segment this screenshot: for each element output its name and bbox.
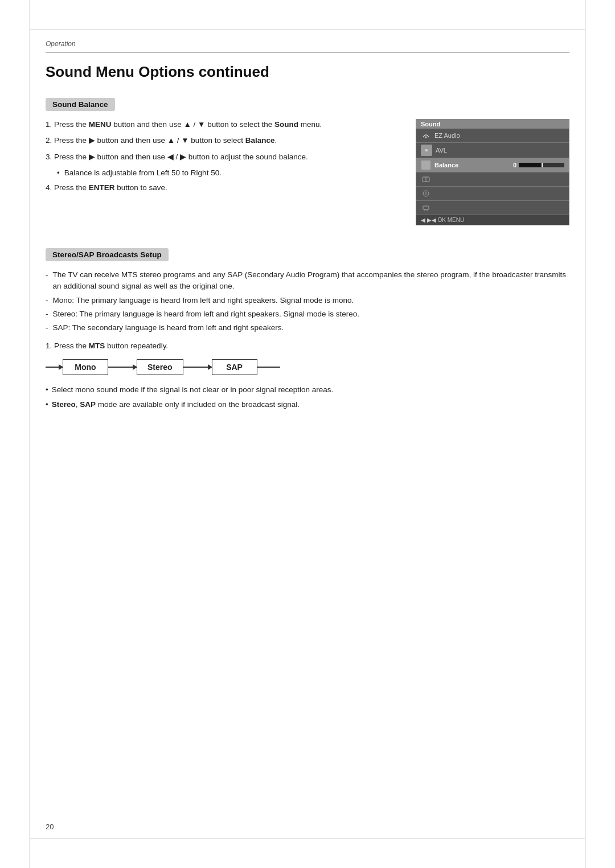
dash-item-4: - SAP: The secondary language is heard f… xyxy=(46,322,569,334)
tv-balance-bar-bg xyxy=(519,163,564,167)
step3: 3. Press the ▶ button and then use ◀ / ▶… xyxy=(46,151,404,163)
note-1-text: Select mono sound mode if the signal is … xyxy=(52,384,334,396)
stereo-sap-heading: Stereo/SAP Broadcasts Setup xyxy=(46,248,169,261)
step2: 2. Press the ▶ button and then use ▲ / ▼… xyxy=(46,135,404,146)
tv-menu-title: Sound xyxy=(416,120,569,129)
dash-text-3: Stereo: The primary language is heard fr… xyxy=(53,308,360,320)
dash-text-1: The TV can receive MTS stereo programs a… xyxy=(53,269,570,293)
tv-icon-avl: ≡ xyxy=(421,145,432,156)
note2-sap-bold: SAP xyxy=(80,400,96,409)
page-border-right xyxy=(585,0,585,868)
note-2-text: Stereo, SAP mode are available only if i… xyxy=(52,399,300,410)
tv-label-ezaudio: EZ Audio xyxy=(434,132,564,139)
svg-point-0 xyxy=(425,137,427,138)
tv-row-icon2 xyxy=(416,187,569,201)
tv-row-icon1 xyxy=(416,172,569,187)
page-border-top xyxy=(30,30,585,30)
dash-text-2: Mono: The primary language is heard from… xyxy=(53,295,354,306)
tv-row-balance: Balance 0 xyxy=(416,158,569,172)
stereo-sap-section: Stereo/SAP Broadcasts Setup - The TV can… xyxy=(46,248,569,410)
note-2: Stereo, SAP mode are available only if i… xyxy=(46,399,569,410)
steps-and-screenshot: 1. Press the MENU button and then use ▲ … xyxy=(46,119,569,225)
page-border-bottom xyxy=(30,838,585,838)
tv-balance-value: 0 xyxy=(513,162,516,168)
page-border-left xyxy=(30,0,30,868)
tv-icon-ezaudio xyxy=(421,130,431,141)
flow-diagram: Mono Stereo SAP xyxy=(46,359,569,375)
tv-icon3 xyxy=(421,203,431,213)
dash-sym-2: - xyxy=(46,295,48,306)
tv-bottom-text: ◀ ▶◀ OK MENU xyxy=(421,217,464,223)
note2-stereo-bold: Stereo xyxy=(52,400,76,409)
flow-box-sap: SAP xyxy=(212,359,257,375)
tv-screenshot: Sound EZ Audio ≡ AVL xyxy=(416,119,569,225)
mts-bold: MTS xyxy=(89,342,105,350)
step2-balance-bold: Balance xyxy=(245,136,275,145)
steps-col: 1. Press the MENU button and then use ▲ … xyxy=(46,119,404,198)
tv-row-icon3 xyxy=(416,201,569,215)
dash-sym-4: - xyxy=(46,322,48,334)
dash-item-2: - Mono: The primary language is heard fr… xyxy=(46,295,569,306)
dash-item-3: - Stereo: The primary language is heard … xyxy=(46,308,569,320)
tv-icon2 xyxy=(421,188,431,199)
tv-balance-tick xyxy=(542,163,543,167)
arrow-stereo-sap xyxy=(183,367,212,368)
dash-sym-3: - xyxy=(46,308,48,320)
arrow-line-before-mono xyxy=(46,367,63,368)
tv-balance-bar xyxy=(519,163,564,167)
tv-balance-bar-fill xyxy=(519,163,542,167)
step4-enter-bold: ENTER xyxy=(89,183,115,192)
arrow-line-mono-stereo xyxy=(108,367,137,368)
tv-icon-balance xyxy=(421,160,431,170)
tv-row-ezaudio: EZ Audio xyxy=(416,129,569,143)
dash-list: - The TV can receive MTS stereo programs… xyxy=(46,269,569,334)
step1-sound-bold: Sound xyxy=(274,120,298,129)
sound-balance-heading: Sound Balance xyxy=(46,98,115,111)
tv-row-avl: ≡ AVL xyxy=(416,143,569,158)
step4: 4. Press the ENTER button to save. xyxy=(46,182,404,194)
arrow-mono-stereo xyxy=(108,367,137,368)
note-1: Select mono sound mode if the signal is … xyxy=(46,384,569,396)
dash-sym-1: - xyxy=(46,269,48,281)
arrow-before-mono xyxy=(46,367,63,368)
dash-item-1: - The TV can receive MTS stereo programs… xyxy=(46,269,569,293)
step1-menu-bold: MENU xyxy=(89,120,112,129)
step1: 1. Press the MENU button and then use ▲ … xyxy=(46,119,404,130)
svg-rect-5 xyxy=(423,206,429,209)
section-label: Operation xyxy=(46,34,569,48)
arrow-line-stereo-sap xyxy=(183,367,212,368)
bullet1: Balance is adjustable from Left 50 to Ri… xyxy=(57,167,404,179)
dash-text-4: SAP: The secondary language is heard fro… xyxy=(53,322,284,334)
flow-box-mono: Mono xyxy=(63,359,108,375)
mts-step: 1. Press the MTS button repeatedly. xyxy=(46,342,569,350)
tv-label-avl: AVL xyxy=(436,147,564,154)
flow-box-stereo: Stereo xyxy=(137,359,183,375)
top-rule xyxy=(46,52,569,53)
page-number: 20 xyxy=(46,822,54,831)
tv-icon1 xyxy=(421,174,431,184)
note-bullets: Select mono sound mode if the signal is … xyxy=(46,384,569,410)
sound-balance-section: Sound Balance 1. Press the MENU button a… xyxy=(46,98,569,225)
trailing-line xyxy=(257,367,280,368)
page-title: Sound Menu Options continued xyxy=(46,63,569,81)
tv-bottom-bar: ◀ ▶◀ OK MENU xyxy=(416,215,569,225)
tv-label-balance: Balance xyxy=(434,162,513,168)
